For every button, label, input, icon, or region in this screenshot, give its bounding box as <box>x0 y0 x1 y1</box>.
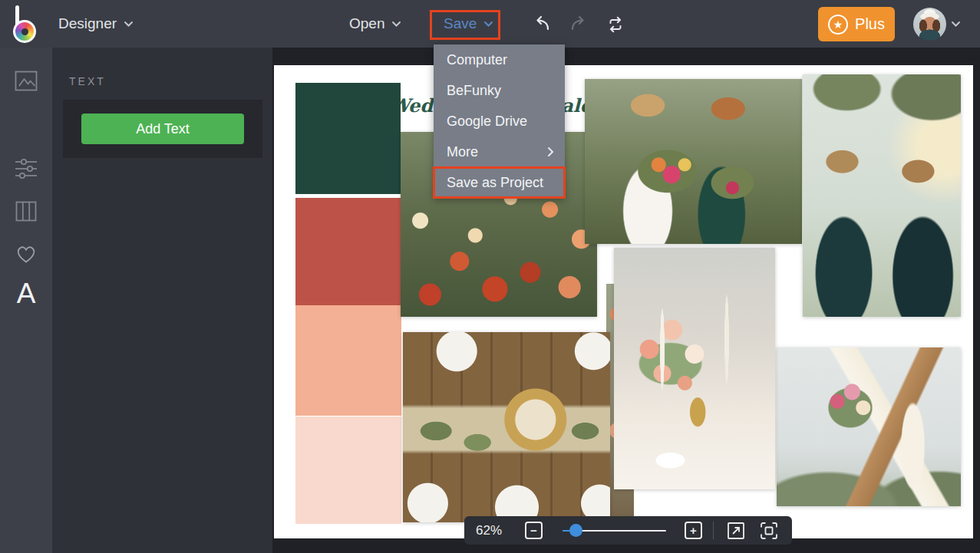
color-swatch-peach[interactable] <box>295 305 401 416</box>
diagonal-arrow-icon <box>727 522 745 540</box>
photo-floral-centerpiece[interactable] <box>614 248 775 489</box>
chevron-down-icon <box>124 21 134 28</box>
color-swatch-dark-green[interactable] <box>295 83 401 194</box>
text-panel: TEXT Add Text <box>52 48 272 553</box>
sliders-icon <box>15 158 38 179</box>
design-canvas[interactable]: Wedding Color Palette <box>274 65 973 538</box>
customize-tool[interactable] <box>0 150 52 188</box>
menu-item-save-as-project[interactable]: Save as Project <box>434 167 565 198</box>
plus-button-label: Plus <box>855 15 885 33</box>
full-view-button[interactable] <box>758 520 779 541</box>
color-swatch-pink[interactable] <box>295 416 401 524</box>
menu-item-computer[interactable]: Computer <box>434 44 565 75</box>
favorites-tool[interactable] <box>0 234 52 272</box>
tool-rail: A <box>0 48 52 553</box>
zoom-level: 62% <box>476 523 508 538</box>
photo-table-setting[interactable] <box>403 332 610 522</box>
star-icon: ★ <box>828 15 848 35</box>
plus-upgrade-button[interactable]: ★ Plus <box>818 7 895 41</box>
heart-icon <box>15 243 38 264</box>
save-menu-button[interactable]: Save <box>444 0 493 48</box>
add-text-button[interactable]: Add Text <box>81 114 244 144</box>
text-tool[interactable]: A <box>0 275 52 313</box>
zoom-slider-knob[interactable] <box>569 524 582 537</box>
text-panel-title: TEXT <box>69 75 106 87</box>
open-menu-label: Open <box>349 15 384 32</box>
befunky-logo-icon[interactable] <box>10 5 44 43</box>
image-icon <box>15 71 38 91</box>
text-tool-icon: A <box>17 278 36 310</box>
menu-item-befunky[interactable]: BeFunky <box>434 75 565 106</box>
color-swatch-terracotta[interactable] <box>295 198 401 307</box>
redo-icon[interactable] <box>569 14 589 34</box>
image-manager-tool[interactable] <box>0 61 52 100</box>
layout-tool[interactable] <box>0 192 52 230</box>
photo-wedding-arch[interactable] <box>777 347 961 506</box>
menu-item-google-drive[interactable]: Google Drive <box>434 106 565 137</box>
workspace: Wedding Color Palette <box>272 48 980 553</box>
designer-menu[interactable]: Designer <box>58 0 134 48</box>
designer-menu-label: Designer <box>58 15 117 32</box>
save-dropdown-menu: Computer BeFunky Google Drive More Save … <box>434 44 565 198</box>
fit-to-screen-button[interactable] <box>725 520 746 541</box>
photo-bridesmaids-pair[interactable] <box>803 74 961 317</box>
photo-bride-and-bridesmaid[interactable] <box>585 79 802 244</box>
top-bar: Designer Open Save ★ Plus <box>0 0 980 48</box>
chevron-right-icon <box>547 146 554 157</box>
zoom-out-button[interactable]: − <box>525 522 543 539</box>
zoom-bar: 62% − + <box>464 516 792 545</box>
chevron-down-icon <box>391 21 401 28</box>
switch-template-icon[interactable] <box>605 15 625 35</box>
zoom-slider[interactable] <box>563 522 666 540</box>
befunky-designer-app: Designer Open Save ★ Plus <box>0 0 980 553</box>
add-text-container: Add Text <box>63 100 262 158</box>
columns-icon <box>15 201 37 222</box>
menu-item-more[interactable]: More <box>434 137 565 167</box>
expand-frame-icon <box>760 522 778 540</box>
chevron-down-icon[interactable] <box>951 21 961 28</box>
undo-icon[interactable] <box>532 14 552 34</box>
save-menu-label: Save <box>444 15 477 32</box>
zoom-in-button[interactable]: + <box>685 522 702 539</box>
chevron-down-icon <box>483 21 493 28</box>
divider <box>713 522 714 539</box>
user-avatar[interactable] <box>913 8 946 41</box>
open-menu[interactable]: Open <box>349 0 401 48</box>
